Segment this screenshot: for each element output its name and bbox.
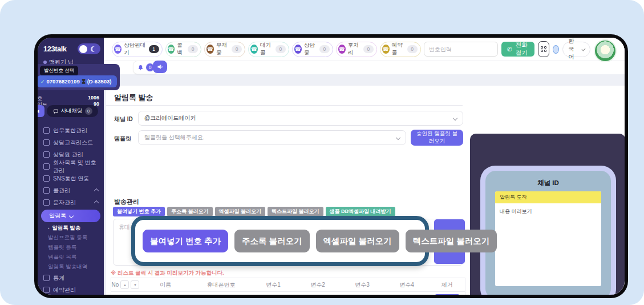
theme-toggle[interactable] [78,43,100,54]
app: 123talk 백원기 님 번호 1006 포인트 90 사내채팅 0 [38,38,625,295]
chevron-down-icon [69,214,74,218]
phone-number-input[interactable] [424,42,498,57]
remove-row-button[interactable]: 제거 [435,294,460,295]
alimtalk-arrival-banner: 알림톡 도착 [495,191,601,203]
main-area: ☎ 상담원대기 1 ☎ 콜백 0 ☎ 부재중 0 ☎ 대기콜 0 ☎ 상담중 0… [104,38,625,295]
sound-toggle-button[interactable] [153,61,167,73]
chevron-down-icon [581,47,585,51]
sidebar-item-sns-link[interactable]: SNS통합 연동 [38,172,104,184]
sidebar-item-statistics[interactable]: 통계 [38,272,104,284]
tab-paste-numbers[interactable]: 붙여넣기 번호 추가 [113,207,165,216]
col-remove: 제거 [429,278,465,291]
tab-excel-file[interactable]: 엑셀파일 불러오기 [215,207,266,216]
tab-sample-db-download[interactable]: 샘플 DB엑셀파일 내려받기 [326,207,395,216]
caller-select-tooltip: 발신번호 선택 [40,66,78,76]
phone-icon: ☎ [114,45,121,54]
calendar-icon [43,287,50,293]
cell-phone: 01065253883 [191,292,251,295]
phone-icon: ☎ [168,45,175,54]
gear-icon [43,127,50,134]
sidebar-subitem-template-list[interactable]: 템플릿 목록 [38,252,104,262]
callout-excel-file-button[interactable]: 엑셀파일 불러오기 [316,230,399,252]
status-chip-reserved-call[interactable]: ☎ 예약콜 0 [380,42,421,57]
status-count: 0 [188,45,198,53]
callout-text-file-button[interactable]: 텍스트파일 불러오기 [406,230,497,252]
channel-id-select[interactable]: @크리에이드메이커 [138,111,463,126]
sun-icon [79,45,87,53]
status-chip-callback[interactable]: ☎ 콜백 0 [165,42,202,57]
speaker-icon [157,63,164,70]
sidebar-item-sms-management[interactable]: 문자관리 [38,196,104,208]
status-chip-waiting-call[interactable]: ☎ 대기콜 0 [248,42,289,57]
app-logo: 123talk [43,45,67,53]
status-count: 0 [363,45,374,53]
grid-menu-button[interactable] [538,41,549,57]
tab-text-file[interactable]: 텍스트파일 불러오기 [268,207,323,216]
sidebar-item-alimtalk[interactable]: 알림톡 [41,210,100,222]
caller-number-dropdown: 발신번호 선택 ✓ 07076820109 (D-63503) [38,64,120,90]
sidebar-item-reservation[interactable]: 예약관리 [38,284,104,295]
load-approved-template-button[interactable]: 승인된 템플릿 불러오기 [411,130,463,146]
phone-icon: ☎ [206,45,214,54]
sidebar-subitem-template-register[interactable]: 템플릿 등록 [38,243,104,252]
table-row: 0 01065253883 제거 [111,292,465,295]
sidebar-item-customer-list[interactable]: 상담고객리스트 [38,137,104,149]
status-chip-agent-waiting[interactable]: ☎ 상담원대기 1 [112,42,163,57]
caller-dday: (D-63503) [87,78,112,85]
sort-desc-button[interactable]: ▼ [131,280,139,289]
preview-message-body: 내용 미리보기 [495,203,601,220]
status-chip-postprocess[interactable]: ☎ 후처리 0 [336,42,377,57]
channel-id-label: 채널 ID [114,115,133,123]
sidebar-sound-button[interactable] [38,105,44,117]
status-chip-missed[interactable]: ☎ 부재중 0 [204,42,245,57]
internal-chat-button[interactable]: 사내채팅 0 [47,105,98,117]
content-card: 알림톡 발송 채널 ID @크리에이드메이커 템플릿 템플릿을 선택해주세요. … [106,86,625,295]
cell-name [140,292,191,295]
col-no: No [112,282,119,288]
chevron-down-icon [453,116,457,121]
phone-icon: ☎ [250,45,258,54]
phone-icon: ☎ [294,45,302,54]
callout-address-book-button[interactable]: 주소록 불러오기 [234,230,310,252]
preview-panel: 채널 ID 알림톡 도착 내용 미리보기 즉시전송 예약전송 [470,134,625,295]
caller-number-option[interactable]: ✓ 07076820109 (D-63503) [38,75,117,87]
status-topbar: ☎ 상담원대기 1 ☎ 콜백 0 ☎ 부재중 0 ☎ 대기콜 0 ☎ 상담중 0… [104,38,625,61]
callout-paste-numbers-button[interactable]: 붙여넣기 번호 추가 [143,230,228,252]
phone-icon: ☎ [382,45,390,54]
bell-icon [137,65,144,71]
message-icon [43,199,50,206]
status-count: 0 [232,45,242,53]
sidebar-item-call-management[interactable]: 콜관리 [38,184,104,196]
recipient-table: No ▲ ▼ 이름 휴대폰번호 변수1 변수2 변수3 변수4 제거 0 010… [111,278,465,295]
language-select[interactable]: 한국어 [562,42,590,57]
sort-asc-button[interactable]: ▲ [120,280,129,289]
chevron-up-icon [94,188,99,192]
check-icon: ✓ [40,79,45,85]
status-chip-consulting[interactable]: ☎ 상담중 0 [292,42,333,57]
divider [106,105,463,106]
cell-var [340,292,384,295]
call-button[interactable]: ✆ 전화걸기 [501,42,534,57]
internal-chat-label: 사내채팅 [61,107,83,115]
import-tabs: 붙여넣기 번호 추가 주소록 불러오기 엑셀파일 불러오기 텍스트파일 불러오기… [113,207,395,216]
sidebar-subitem-sender-profile[interactable]: 발신프로필 등록 [38,233,104,243]
preview-message: 알림톡 도착 내용 미리보기 [495,191,601,286]
list-icon [43,139,50,146]
sub-toolbar: 0 [104,61,625,74]
tab-address-book[interactable]: 주소록 불러오기 [167,207,213,216]
sidebar-item-company-numbers[interactable]: 회사목록 및 번호 관리 [38,160,104,172]
user-icon [43,151,50,158]
chart-icon [43,275,50,281]
cell-var [295,292,340,295]
sidebar-item-work-management[interactable]: 업무통합관리 [38,125,104,137]
sidebar-subitem-alimtalk-history[interactable]: 알림톡 발송내역 [38,262,104,272]
chevron-down-icon [396,135,400,140]
template-select[interactable]: 템플릿을 선택해주세요. [138,130,406,145]
phone-preview-screen: 채널 ID 알림톡 도착 내용 미리보기 [485,171,611,295]
page-background: 123talk 백원기 님 번호 1006 포인트 90 사내채팅 0 [0,0,644,305]
page-title: 알림톡 발송 [114,93,153,103]
table-header-row: No ▲ ▼ 이름 휴대폰번호 변수1 변수2 변수3 변수4 제거 [111,278,465,292]
col-var1: 변수1 [251,278,295,291]
sidebar-subitem-alimtalk-send[interactable]: · 알림톡 발송 [38,223,104,233]
status-count: 0 [407,45,418,53]
